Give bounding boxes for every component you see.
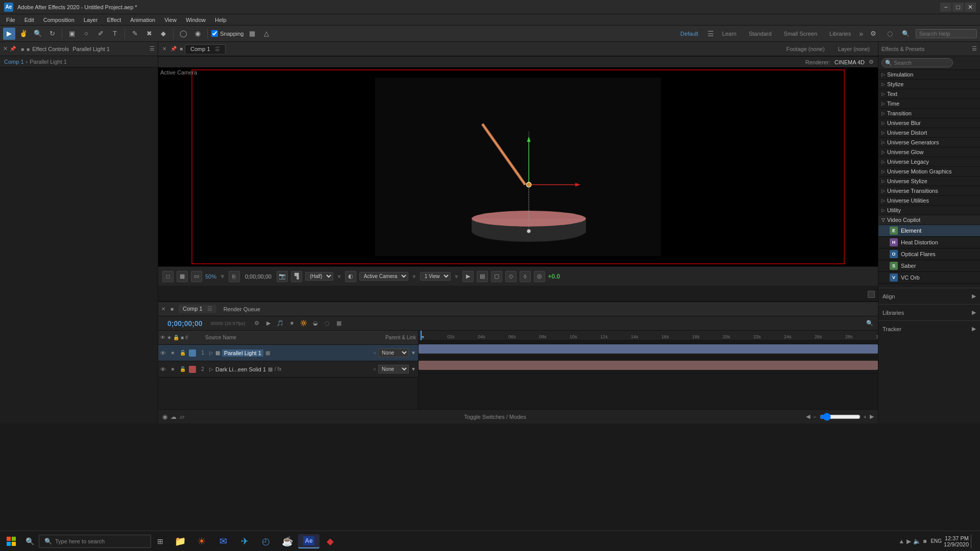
view-select[interactable]: 1 View	[420, 272, 451, 281]
menu-edit[interactable]: Edit	[20, 16, 38, 24]
layer2-lock[interactable]: 🔓	[180, 366, 187, 372]
track-bar-1[interactable]	[419, 344, 878, 354]
taskbar-mail[interactable]: ✉	[212, 534, 234, 548]
search-button[interactable]: 🔍	[20, 534, 39, 548]
layer1-expand[interactable]: ▷ ▩ Parallel Light 1 ▩	[209, 349, 353, 357]
layer1-parent-arrow[interactable]: ▼	[411, 350, 416, 356]
tl-nav-prev[interactable]: ◀	[806, 413, 810, 420]
tl-bottom-icon2[interactable]: ☁	[170, 413, 177, 420]
category-universe-motion-graphics[interactable]: ▷ Universe Motion Graphics	[878, 167, 980, 177]
zoom-level[interactable]: 50%	[205, 273, 216, 280]
layer-row-2[interactable]: 👁 ★ 🔓 2 ▷ Dark Li...een Solid 1 ▩ / fx	[158, 361, 418, 378]
effect-item-heat-distortion[interactable]: H Heat Distortion	[878, 237, 980, 248]
ellipse-tool[interactable]: ○	[80, 28, 92, 40]
layer2-triangle[interactable]: ▷	[209, 366, 213, 372]
camera-select[interactable]: Active Camera	[359, 272, 408, 281]
maximize-button[interactable]: □	[952, 3, 964, 12]
clock[interactable]: 12:37 PM 12/9/2020	[944, 535, 969, 547]
layer1-parent-select[interactable]: None	[378, 348, 409, 357]
viewer-btn6[interactable]: ◎	[534, 271, 545, 282]
workspace-menu-btn[interactable]: ☰	[707, 30, 714, 38]
menu-window[interactable]: Window	[182, 16, 210, 24]
tl-bottom-icon3[interactable]: ▱	[180, 413, 184, 420]
grid-snap-btn[interactable]: ▦	[246, 28, 258, 40]
extensions-btn[interactable]: ◌	[884, 28, 896, 40]
more-workspaces-btn[interactable]: »	[859, 30, 863, 38]
tl-zoom-in[interactable]: +	[864, 414, 867, 420]
timeline-tab-comp1[interactable]: Comp 1 ☰	[179, 305, 216, 313]
solo-btn[interactable]: ★	[287, 318, 297, 329]
category-universe-glow[interactable]: ▷ Universe Glow	[878, 147, 980, 157]
effect-controls-close[interactable]: ✕	[3, 45, 8, 52]
timeline-tab-menu[interactable]: ☰	[207, 306, 212, 312]
comp-tab-comp1[interactable]: Comp 1 ☰	[185, 44, 226, 54]
rect-tool[interactable]: ▣	[66, 28, 78, 40]
taskbar-ae[interactable]: Ae	[298, 534, 320, 548]
proportional-snap-btn[interactable]: △	[260, 28, 273, 40]
effect-item-element[interactable]: E Element	[878, 225, 980, 237]
preview-region-btn[interactable]: □	[162, 271, 174, 282]
timeline-render-queue[interactable]: Render Queue	[219, 305, 264, 313]
comp-tab-close[interactable]: ✕	[160, 46, 168, 52]
layer-row-1[interactable]: 👁 ★ 🔓 1 ▷ ▩ Parallel Light 1 ▩	[158, 345, 418, 361]
view-arrow[interactable]: ▼	[454, 273, 459, 280]
category-text[interactable]: ▷ Text	[878, 89, 980, 99]
layer1-solo[interactable]: ★	[170, 350, 178, 356]
taskbar-firefox[interactable]: ☀	[191, 534, 212, 548]
viewer-btn4[interactable]: ◇	[505, 271, 517, 282]
menu-help[interactable]: Help	[211, 16, 231, 24]
composition-settings-btn[interactable]: ⚙	[252, 318, 262, 329]
layer1-lock[interactable]: 🔓	[180, 350, 187, 356]
layer1-eye[interactable]: 👁	[160, 350, 168, 356]
pen-tool[interactable]: ✐	[94, 28, 107, 40]
viewer-reset-btn[interactable]: ◐	[345, 271, 356, 282]
effects-search-input[interactable]	[881, 58, 953, 67]
search-icon[interactable]: 🔍	[900, 30, 912, 37]
camera-arrow[interactable]: ▼	[411, 273, 417, 280]
layer2-expand[interactable]: ▷ Dark Li...een Solid 1 ▩ / fx	[209, 366, 353, 372]
rotate-tool[interactable]: ↻	[46, 28, 58, 40]
category-universe-stylize[interactable]: ▷ Universe Stylize	[878, 177, 980, 186]
track-row-1[interactable]	[419, 341, 878, 357]
tray-battery[interactable]: ■	[923, 538, 926, 545]
viewer-btn3[interactable]: ▢	[491, 271, 502, 282]
live-update-btn[interactable]: ◌	[322, 318, 332, 329]
timeline-pin[interactable]: ■	[170, 306, 174, 312]
category-universe-generators[interactable]: ▷ Universe Generators	[878, 138, 980, 147]
comp-tab-options[interactable]: ☰	[215, 46, 220, 52]
effect-controls-expand[interactable]: ☰	[150, 45, 155, 52]
taskbar-telegram[interactable]: ✈	[234, 534, 255, 548]
taskbar-app2[interactable]: ◆	[320, 534, 341, 548]
category-universe-distort[interactable]: ▷ Universe Distort	[878, 128, 980, 138]
effect-item-vc-orb[interactable]: V VC Orb	[878, 272, 980, 284]
quality-arrow[interactable]: ▼	[336, 273, 342, 280]
viewer-btn2[interactable]: ▤	[477, 271, 488, 282]
frame-blend-btn[interactable]: ◒	[310, 318, 321, 329]
track-row-2[interactable]	[419, 357, 878, 373]
workspace-libraries[interactable]: Libraries	[825, 30, 855, 38]
minimize-button[interactable]: −	[940, 3, 951, 12]
layer2-fx[interactable]: / fx	[275, 366, 281, 372]
close-button[interactable]: ✕	[965, 3, 976, 12]
layer2-parent-arrow[interactable]: ▼	[411, 366, 416, 372]
audio-btn[interactable]: 🎵	[275, 318, 285, 329]
clone-tool[interactable]: ◆	[157, 28, 169, 40]
show-desktop-btn[interactable]	[971, 534, 974, 548]
layer1-3d[interactable]: ▩	[215, 350, 220, 356]
taskbar-explorer[interactable]: 📁	[169, 534, 191, 548]
category-universe-transitions[interactable]: ▷ Universe Transitions	[878, 186, 980, 196]
settings-btn[interactable]: ⚙	[867, 28, 879, 40]
workspace-smallscreen[interactable]: Small Screen	[780, 30, 821, 38]
snapping-toggle[interactable]: Snapping	[211, 30, 244, 37]
viewer-btn1[interactable]: ▶	[462, 271, 474, 282]
menu-composition[interactable]: Composition	[39, 16, 79, 24]
eraser-tool[interactable]: ✖	[143, 28, 155, 40]
category-universe-legacy[interactable]: ▷ Universe Legacy	[878, 157, 980, 167]
category-transition[interactable]: ▷ Transition	[878, 109, 980, 118]
taskbar-store[interactable]: ☕	[277, 534, 298, 548]
taskbar-chrome[interactable]: ◴	[255, 534, 277, 548]
tl-search[interactable]: 🔍	[865, 318, 875, 329]
menu-animation[interactable]: Animation	[126, 16, 159, 24]
menu-layer[interactable]: Layer	[80, 16, 102, 24]
zoom-arrow[interactable]: ▼	[219, 273, 226, 280]
